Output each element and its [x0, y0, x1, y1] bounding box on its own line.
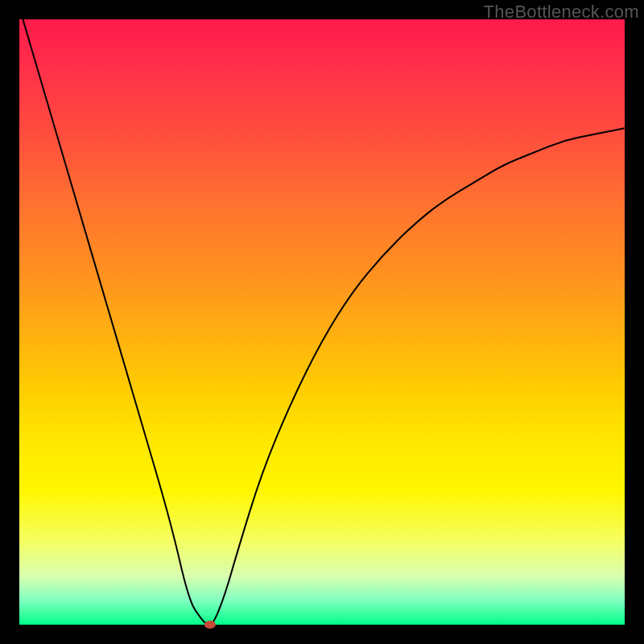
plot-area [19, 19, 625, 625]
chart-frame: TheBottleneck.com [0, 0, 644, 644]
curve-svg [19, 19, 625, 625]
watermark-text: TheBottleneck.com [484, 2, 639, 23]
min-marker [204, 621, 216, 629]
bottleneck-curve [19, 7, 625, 625]
